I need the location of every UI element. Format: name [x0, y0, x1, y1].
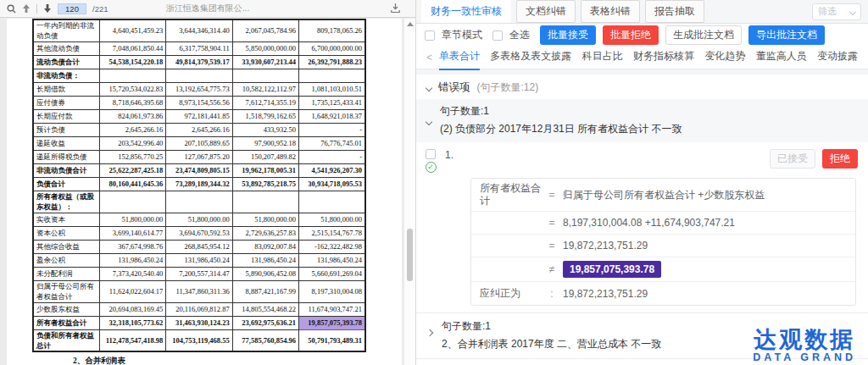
cell-value: 367,674,998.76: [99, 240, 165, 253]
formula-operator: =: [541, 217, 563, 229]
row-label: 少数股东权益: [33, 302, 99, 316]
main-tab[interactable]: 表格纠错: [581, 0, 640, 23]
formula-operator: =: [541, 189, 563, 201]
table-row: 盈余公积131,986,450.24131,986,450.24131,986,…: [33, 253, 365, 267]
cell-value: 131,986,450.24: [166, 253, 232, 267]
export-annotation-doc-button[interactable]: 导出批注文档: [748, 25, 825, 45]
select-all-checkbox[interactable]: [492, 30, 503, 41]
main-tab[interactable]: 财务一致性审核: [421, 0, 511, 23]
row-label: 负债合计: [33, 177, 99, 191]
page-number-input[interactable]: [58, 3, 86, 14]
generate-annotation-doc-button[interactable]: 生成批注文档: [665, 25, 742, 45]
cell-value: 2,729,636,257.83: [232, 226, 298, 240]
item-actions: 已接受 拒绝: [770, 149, 858, 169]
cell-value: [99, 69, 165, 82]
sub-tab[interactable]: 多表格及表文披露: [490, 45, 571, 70]
sub-tab[interactable]: 董监高人员: [756, 45, 807, 70]
arrow-up-icon[interactable]: [22, 4, 31, 14]
row-label: 负债和所有者权益总计: [33, 329, 99, 351]
arrow-down-icon[interactable]: [43, 4, 52, 14]
table-row: 少数股东权益20,694,083,169.4520,116,069,812.87…: [33, 302, 365, 316]
batch-accept-button[interactable]: 批量接受: [540, 25, 596, 45]
formula-operator: :: [541, 288, 563, 300]
row-label: 流动负债合计: [33, 55, 99, 69]
error-section-count: (句子数量:12): [477, 80, 539, 95]
cell-value: 5,850,000,000.00: [232, 41, 298, 55]
error-group-expanded[interactable]: 句子数量:1 (2) 负债部分 2017年12月31日 所有者权益合计 不一致: [416, 99, 868, 142]
row-label: 长期应付款: [33, 109, 99, 123]
balance-table-body: 一年内到期的非流动负债4,640,451,459.233,644,346,314…: [33, 19, 365, 351]
error-item-row: ✓ 1. 已接受 拒绝: [416, 142, 868, 174]
cell-value: [232, 191, 298, 213]
row-label: 盈余公积: [33, 253, 99, 267]
table-row: 递延收益203,542,996.40207,105,889.6597,900,9…: [33, 136, 365, 150]
row-label: 资本公积: [33, 226, 99, 240]
sentence-count: 句子数量:1: [440, 104, 682, 119]
main-tab[interactable]: 报告抽取: [645, 0, 704, 23]
table-row: 归属于母公司所有者权益合计11,624,022,604.1711,347,860…: [33, 280, 365, 302]
cell-value: 83,092,007.84: [232, 240, 298, 253]
accepted-button[interactable]: 已接受: [770, 149, 815, 169]
cell-value: 152,856,770.25: [99, 150, 165, 163]
scroll-left-icon[interactable]: <: [426, 52, 432, 64]
sub-tab[interactable]: 科目占比: [582, 45, 623, 70]
cell-value: [232, 69, 298, 82]
filter-dropdown[interactable]: 筛选: [812, 3, 861, 20]
error-group-text: 句子数量:1 (2) 负债部分 2017年12月31日 所有者权益合计 不一致: [440, 104, 682, 136]
audit-panel: 财务一致性审核文档纠错表格纠错报告抽取 筛选 章节模式 全选 批量接受 批量拒绝…: [416, 0, 868, 365]
cell-value: 2,515,154,767.78: [299, 226, 365, 240]
cell-value: [299, 191, 365, 213]
table-row: 负债合计80,160,441,645.3673,289,189,344.3253…: [33, 177, 365, 191]
error-group-collapsed[interactable]: 句子数量:12、合并利润表 2017年度 二、营业总成本 不一致: [416, 312, 868, 358]
cell-value: 19,962,178,005.31: [232, 163, 298, 177]
search-icon[interactable]: [7, 4, 16, 14]
formula-value: 19,872,213,751.29: [563, 288, 648, 300]
chapter-mode-checkbox[interactable]: [425, 30, 435, 41]
download-icon[interactable]: [391, 3, 400, 14]
document-viewer-pane: /221 浙江恒逸集团有限公... 一年内到期的非流动负债4,640,451,4…: [0, 0, 416, 365]
row-label: 递延所得税负债: [33, 150, 99, 163]
cell-value: 809,178,065.26: [299, 19, 365, 41]
chevron-down-icon: [849, 8, 856, 14]
cell-value: 32,318,105,773.62: [99, 316, 165, 329]
sub-tab[interactable]: 单表合计: [439, 45, 480, 70]
sub-tab[interactable]: 变化趋势: [704, 45, 745, 70]
error-section-header[interactable]: 错误项 (句子数量:12): [416, 75, 868, 99]
cell-value: 112,478,547,418.98: [99, 329, 165, 351]
reject-button[interactable]: 拒绝: [822, 149, 858, 169]
document-scrollbar[interactable]: [404, 19, 415, 365]
scrollbar-thumb[interactable]: [407, 229, 413, 281]
scroll-up-icon[interactable]: [407, 22, 414, 26]
formula-value: 归属于母公司所有者权益合计 +少数股东权益: [563, 188, 765, 202]
cell-value: 51,800,000.00: [166, 213, 232, 226]
cell-value: 13,192,654,775.73: [166, 82, 232, 96]
table-row: 未分配利润7,373,420,540.407,200,557,314.475,8…: [33, 267, 365, 280]
table-row: 所有者权益（或股东权益）：: [33, 191, 365, 213]
cell-value: 5,890,906,452.08: [232, 267, 298, 280]
row-label: 未分配利润: [33, 267, 99, 280]
sub-tab[interactable]: 变动披露: [817, 45, 858, 70]
row-label: 实收资本: [33, 213, 99, 226]
table-row: 负债和所有者权益总计112,478,547,418.98104,753,119,…: [33, 329, 365, 351]
cell-value: -162,322,482.98: [299, 240, 365, 253]
table-row: 实收资本51,800,000.0051,800,000.0051,800,000…: [33, 213, 365, 226]
error-group-collapsed[interactable]: 句子数量:12、合并利润表 2018年度 三、营业利润（亏损以"-"号填列） 不…: [416, 358, 868, 365]
formula-detail-box: 所有者权益合计=归属于母公司所有者权益合计 +少数股东权益=8,197,310,…: [470, 178, 856, 306]
cell-value: 30,934,718,095.53: [299, 177, 365, 191]
cell-value: 8,718,646,395.68: [99, 96, 165, 109]
chevron-down-icon: [426, 84, 432, 91]
check-circle-icon: ✓: [426, 162, 437, 173]
filter-label: 筛选: [818, 5, 837, 18]
cell-value: 7,200,557,314.47: [166, 267, 232, 280]
row-label: 其他流动负债: [33, 41, 99, 55]
formula-row: =19,872,213,751.29: [471, 235, 855, 257]
cell-value: 2,067,045,784.96: [232, 19, 298, 41]
main-tab[interactable]: 文档纠错: [516, 0, 576, 23]
sub-tab[interactable]: 财务指标核算: [633, 45, 694, 70]
cell-value: 8,197,310,004.08: [299, 280, 365, 302]
error-group-title: (2) 负债部分 2017年12月31日 所有者权益合计 不一致: [440, 122, 682, 136]
document-page: 一年内到期的非流动负债4,640,451,459.233,644,346,314…: [7, 19, 402, 365]
item-checkbox[interactable]: [426, 149, 436, 159]
cell-value: [99, 191, 165, 213]
batch-reject-button[interactable]: 批量拒绝: [603, 25, 659, 45]
